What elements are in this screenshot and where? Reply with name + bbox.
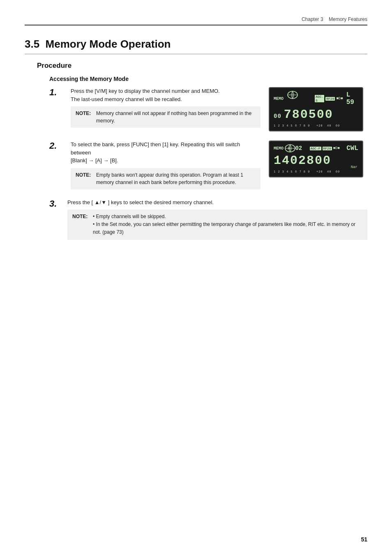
display-1-ch-num: 00 <box>274 113 281 120</box>
step-3-note-item-1: Empty channels will be skipped. <box>93 213 362 221</box>
display-1-rf20: RF20 <box>325 97 335 101</box>
step-3-text: Press the [ ▲/▼ ] keys to select the des… <box>67 198 367 207</box>
step-2-note-label: NOTE: <box>76 171 92 186</box>
display-1-indicators: ■D■ <box>336 97 343 101</box>
step-3-note-item-2: In the Set mode, you can select either p… <box>93 221 362 236</box>
display-2-freq: 1402800 <box>274 154 331 167</box>
display-2-freq-row: 1402800 <box>274 153 358 168</box>
step-3-note: NOTE: Empty channels will be skipped. In… <box>67 210 367 240</box>
radio-display-1: MEMO AGC-S RF20 ■D■ L 59 00 780500 1 2 3… <box>269 87 363 131</box>
page-header: Chapter 3 Memory Features <box>25 16 367 25</box>
step-1-note-label: NOTE: <box>76 110 92 124</box>
step-3-block: 3. Press the [ ▲/▼ ] keys to select the … <box>49 198 367 240</box>
display-2-agcf: AGC-F <box>310 147 321 150</box>
radio-display-2: MEMO A 02 AGC-F RF20 ■D■ CWL 1402800 1 2… <box>269 140 363 177</box>
display-1-agcs: AGC-S <box>315 95 324 102</box>
display-2-mode: CWL <box>346 145 358 152</box>
display-1-freq-row: 00 780500 <box>274 107 358 122</box>
page-container: Chapter 3 Memory Features 3.5 Memory Mod… <box>0 0 392 555</box>
page-number: 51 <box>361 536 367 543</box>
subsection-title: Procedure <box>37 62 367 70</box>
step-2-display: MEMO A 02 AGC-F RF20 ■D■ CWL 1402800 1 2… <box>269 140 367 177</box>
step-2-note-text: Empty banks won't appear during this ope… <box>96 171 256 186</box>
display-2-icon <box>284 144 296 153</box>
display-2-nar: Nar <box>351 165 357 169</box>
step-1-row: 1. Press the [V/M] key to display the ch… <box>49 87 367 131</box>
step-1-number: 1. <box>49 87 64 128</box>
display-1-top: MEMO AGC-S RF20 ■D■ L 59 <box>274 91 358 106</box>
sub-subsection-title: Accessing the Memory Mode <box>49 76 367 82</box>
step-3-note-text: Empty channels will be skipped. In the S… <box>93 213 362 237</box>
step-2-row: 2. To select the bank, press [FUNC] then… <box>49 140 367 189</box>
step-1-display: MEMO AGC-S RF20 ■D■ L 59 00 780500 1 2 3… <box>269 87 367 131</box>
step-2-text: To select the bank, press [FUNC] then [1… <box>71 140 261 165</box>
step-3-content: Press the [ ▲/▼ ] keys to select the des… <box>64 198 367 240</box>
display-1-spacer <box>300 97 315 101</box>
step-1-text: Press the [V/M] key to display the chann… <box>71 87 261 103</box>
display-1-mode-right: L 59 <box>346 91 358 106</box>
display-2-indicators: ■D■ <box>333 146 340 150</box>
display-1-scale: 1 2 3 4 5 6 7 8 9 +20 40 60 <box>274 124 358 127</box>
display-1-icon <box>287 90 298 99</box>
step-1-left: 1. Press the [V/M] key to display the ch… <box>49 87 261 128</box>
step-3-note-label: NOTE: <box>72 213 89 237</box>
display-1-agc-area: AGC-S RF20 ■D■ <box>315 95 343 102</box>
step-3-number: 3. <box>49 198 64 240</box>
step-1-content: Press the [V/M] key to display the chann… <box>67 87 261 128</box>
step-2-number: 2. <box>49 140 64 189</box>
header-chapter: Chapter 3 <box>302 16 323 22</box>
step-1-note-text: Memory channel will not appear if nothin… <box>96 110 256 124</box>
display-2-memo: MEMO <box>274 146 284 151</box>
display-2-scale: 1 2 3 4 5 6 7 8 9 +20 40 60 <box>274 170 358 173</box>
step-2-note: NOTE: Empty banks won't appear during th… <box>71 168 261 189</box>
header-title: Memory Features <box>329 16 367 22</box>
step-2-content: To select the bank, press [FUNC] then [1… <box>67 140 261 189</box>
step-2-left: 2. To select the bank, press [FUNC] then… <box>49 140 261 189</box>
display-1-memo: MEMO <box>274 97 284 101</box>
display-1-freq: 780500 <box>284 108 333 121</box>
step-3-note-list: Empty channels will be skipped. In the S… <box>93 213 362 237</box>
display-2-agc-area: AGC-F RF20 ■D■ <box>310 146 340 150</box>
section-title: 3.5 Memory Mode Operation <box>25 38 367 54</box>
step-1-note: NOTE: Memory channel will not appear if … <box>71 106 261 128</box>
display-2-rf20: RF20 <box>323 147 332 150</box>
display-2-ch-num: 02 <box>295 145 302 152</box>
